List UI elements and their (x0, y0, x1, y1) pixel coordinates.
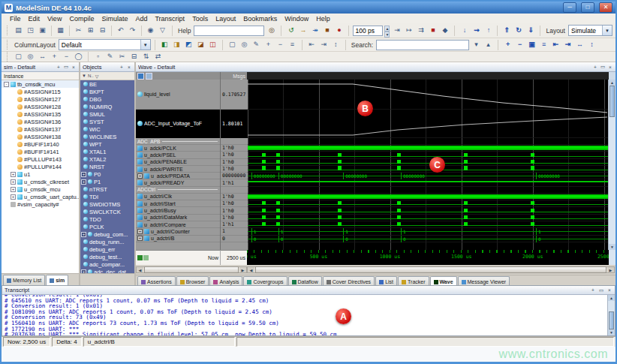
tree-item[interactable]: #ASSIGN#137 (2, 125, 79, 133)
continue-run-icon[interactable]: ⇉ (415, 25, 426, 36)
expander-icon[interactable]: + (11, 187, 16, 192)
name-sort[interactable]: N.. (88, 74, 94, 78)
wave-signal-name[interactable]: u_adctrl/DataMark (136, 215, 220, 221)
cursor-lock-icon[interactable]: ▣ (526, 39, 537, 50)
menu-item[interactable]: View (44, 15, 65, 23)
expander-icon[interactable]: - (4, 82, 9, 87)
object-item[interactable]: WPT (80, 140, 134, 148)
expander-icon[interactable]: + (11, 179, 16, 185)
expand-time-icon[interactable]: ↔ (574, 39, 585, 50)
wave-signal-name[interactable]: +u_adctrl/B (136, 236, 220, 242)
zoom-in-icon[interactable]: + (49, 51, 60, 62)
objects-filter-row[interactable]: ▼ N.. ▽ (80, 72, 134, 80)
stop-icon[interactable]: ■ (321, 25, 333, 36)
cursor-lock-icon[interactable] (143, 255, 149, 260)
scroll-down-icon[interactable]: ▼ (609, 244, 615, 250)
title-bar[interactable]: M ModelSim DE-64 10.4c ─ □ ✕ (2, 2, 615, 14)
expander-icon[interactable]: + (81, 179, 86, 185)
expander-icon[interactable]: + (137, 236, 143, 241)
transcript-scrollbar[interactable]: ▲ ▼ (607, 295, 615, 335)
run-100-icon[interactable]: ⇥ (391, 25, 402, 36)
scroll-down-icon[interactable]: ▼ (608, 329, 615, 335)
insert-cursor-icon[interactable]: ↕ (330, 39, 342, 50)
delete-icon[interactable]: − (275, 39, 286, 50)
msgs-header[interactable]: Msgs (220, 72, 247, 80)
edge-next-icon[interactable]: ⇥ (562, 39, 573, 50)
add-wave-icon[interactable]: ◨ (171, 39, 182, 50)
menu-item[interactable]: Layout (212, 15, 239, 23)
run-length-stepper[interactable]: ▲▼ (384, 26, 390, 35)
minimize-button[interactable]: ─ (563, 2, 576, 13)
undock-icon[interactable]: ▭ (600, 64, 606, 70)
pin-icon[interactable]: + (119, 65, 125, 70)
object-item[interactable]: debug_test... (80, 253, 134, 260)
transcript-header[interactable]: Transcript + ▭ × (2, 286, 615, 295)
waveform-row-divider[interactable] (248, 138, 608, 145)
wave-tree-icon[interactable] (137, 73, 144, 80)
object-item[interactable]: WIC (80, 125, 134, 133)
wave-paste-icon[interactable]: ⊟ (128, 51, 140, 62)
tree-item[interactable]: #ASSIGN#138 (2, 133, 79, 140)
wave-signal-name[interactable]: u_adck/PENABLE (136, 159, 220, 166)
wave-signal-name[interactable]: +u_adck/PRDATA (136, 173, 220, 179)
object-item[interactable]: adc_compar... (80, 260, 134, 268)
edge-prev-icon[interactable]: ⇤ (550, 39, 561, 50)
wave-names-header[interactable] (136, 72, 220, 80)
object-item[interactable]: SYST (80, 118, 134, 125)
filter-icon[interactable]: ▼ (82, 74, 86, 78)
menu-item[interactable]: Simulate (98, 15, 131, 23)
step-over-icon[interactable]: ⇝ (471, 25, 482, 36)
wave-horizontal-scrollbar[interactable]: ◀▶ (247, 266, 615, 273)
toolbar-grip[interactable] (7, 52, 9, 62)
object-item[interactable]: PCLK (80, 223, 134, 230)
waveform-row-high[interactable] (248, 179, 608, 186)
expander-icon[interactable]: + (81, 232, 86, 237)
menu-item[interactable]: Compile (65, 15, 98, 23)
tree-item[interactable]: +u_cmsdk_uart_captu... (2, 193, 79, 200)
cursor-del-icon[interactable]: − (514, 39, 525, 50)
redo-icon[interactable]: ↷ (127, 25, 138, 36)
wave-signal-name[interactable]: +u_adctrl/Counter (136, 228, 220, 235)
menu-item[interactable]: Window (281, 15, 312, 23)
tree-item[interactable]: -tb_cmsdk_mcu (2, 80, 79, 88)
wave-signal-name[interactable]: u_adctrl/Clk (136, 194, 220, 200)
waveform-row-clock[interactable] (248, 194, 608, 200)
object-item[interactable]: SWCLKTCK (80, 208, 134, 215)
wave-group-divider[interactable]: ADCCtrl (136, 187, 220, 194)
waveform-row-clock[interactable] (248, 145, 608, 152)
instance-column-header[interactable]: Instance (2, 72, 79, 80)
wave-signal-name[interactable]: u_adck/PREADY (136, 179, 220, 186)
expander-icon[interactable]: + (137, 173, 143, 179)
object-item[interactable]: debug_runn... (80, 238, 134, 245)
run-all-icon[interactable]: ↦ (403, 25, 414, 36)
scroll-left-icon[interactable]: ◀ (137, 267, 143, 272)
toolbar-grip[interactable] (7, 40, 9, 50)
collapse-time-icon[interactable]: ↕ (586, 39, 597, 50)
find-next-icon[interactable]: ▾ (471, 39, 482, 50)
wave-cut-icon[interactable]: ✂ (116, 51, 128, 62)
ruler-icon[interactable]: ≡ (287, 39, 298, 50)
cursor-add-icon[interactable] (137, 255, 143, 260)
add-selected-icon[interactable]: ◧ (159, 39, 170, 50)
break-icon[interactable]: ● (333, 25, 345, 36)
chevron-down-icon[interactable]: ▼ (140, 40, 150, 50)
expander-icon[interactable]: + (11, 194, 16, 200)
menu-item[interactable]: File (6, 15, 25, 23)
object-item[interactable]: DBG (80, 95, 134, 103)
undock-icon[interactable]: ▭ (598, 287, 604, 293)
menu-item[interactable]: Tools (188, 15, 212, 23)
scroll-left-icon[interactable]: ◀ (248, 267, 254, 272)
close-icon[interactable]: × (606, 287, 612, 293)
waveform-row-pulse[interactable] (248, 215, 608, 221)
expander-icon[interactable]: + (81, 172, 86, 177)
object-item[interactable]: +debug_com... (80, 230, 134, 238)
maximize-button[interactable]: □ (581, 2, 594, 13)
insert-icon[interactable]: + (263, 39, 274, 50)
waveform-row-pulse[interactable] (248, 221, 608, 228)
chevron-down-icon[interactable]: ▼ (602, 26, 612, 35)
new-file-icon[interactable]: ▤ (13, 25, 24, 36)
tree-item[interactable]: #ASSIGN#136 (2, 118, 79, 125)
columnlayout-combo[interactable]: Default ▼ (59, 39, 151, 50)
edit-icon[interactable]: ✎ (251, 39, 262, 50)
scroll-up-icon[interactable]: ▲ (609, 80, 615, 86)
